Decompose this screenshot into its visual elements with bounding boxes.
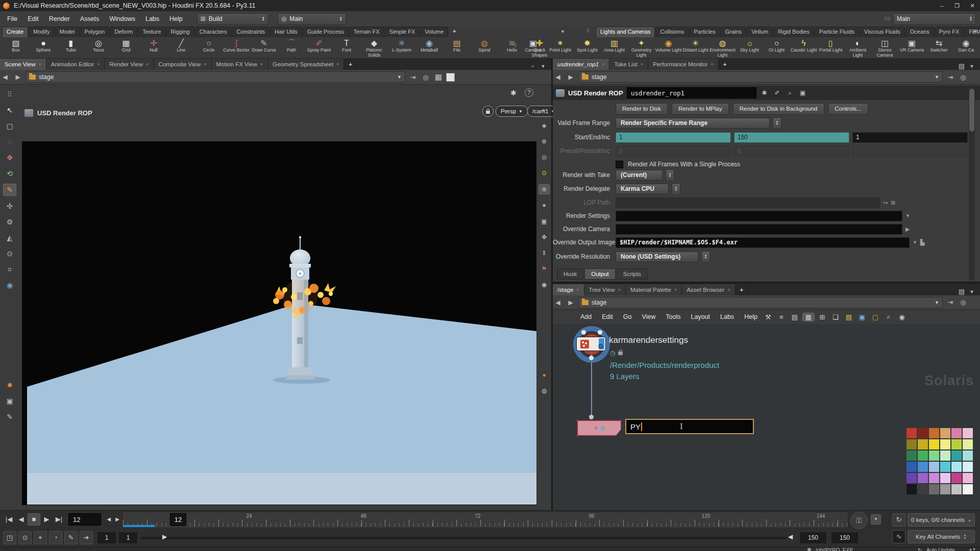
shelf-grip-icon[interactable]: ⠿ <box>586 28 589 34</box>
brush-icon[interactable]: ✐ <box>773 89 782 96</box>
shelf-tool[interactable]: ʃ Curve Bezier <box>223 37 250 58</box>
playbar-option-icon[interactable]: ◳ <box>3 531 16 544</box>
play-button[interactable]: ▶ <box>41 514 53 525</box>
jump-end-button[interactable]: ▶| <box>53 514 65 525</box>
palette-swatch[interactable] <box>918 462 928 472</box>
path-field[interactable]: stage ▼ <box>26 71 405 83</box>
spinner-icon[interactable]: ▲▼ <box>701 251 710 263</box>
network-tools-icon[interactable]: ⚒ <box>763 313 774 321</box>
shelf-tab[interactable]: Guide Process <box>303 27 349 37</box>
close-icon[interactable]: × <box>602 62 604 67</box>
shelf-tab[interactable]: Particle Fluids <box>815 27 859 37</box>
close-button[interactable]: ✕ <box>965 1 980 11</box>
spinner-icon[interactable]: ▲▼ <box>969 547 976 551</box>
shelf-overflow-icon[interactable]: ▼ <box>973 29 977 34</box>
back-icon[interactable]: ◀ <box>553 298 563 307</box>
close-icon[interactable]: × <box>674 287 677 292</box>
timeline-ruler[interactable]: 24487296120144 12 <box>122 512 848 528</box>
viewport-tool-icon[interactable]: ✣ <box>4 201 16 212</box>
display-option-icon[interactable]: ● <box>539 370 549 380</box>
menu-item[interactable]: Labs <box>140 11 164 27</box>
chevron-down-icon[interactable]: ▼ <box>397 74 402 80</box>
shelf-tab[interactable]: Characters <box>195 27 232 37</box>
shelf-tab[interactable]: Hair Utils <box>270 27 302 37</box>
current-frame-field[interactable]: 12 <box>68 513 101 525</box>
viewport-tool-icon[interactable]: ⌗ <box>4 264 16 275</box>
shelf-tool[interactable]: ▣ Camera <box>520 37 547 58</box>
grid-view-alt-icon[interactable]: ⊞ <box>817 313 828 321</box>
menu-item[interactable]: Edit <box>597 313 618 320</box>
range-start-field[interactable]: 1 <box>97 532 116 544</box>
display-option-icon[interactable]: ◉ <box>539 280 549 289</box>
chevron-down-icon[interactable]: ▼ <box>935 300 939 305</box>
channel-scope-icon[interactable]: ↻ <box>892 513 905 527</box>
shelf-tab[interactable]: Particles <box>690 27 720 37</box>
display-option-icon[interactable]: ⊕ <box>538 184 550 194</box>
shelf-tool[interactable]: ▥ Area Light <box>601 37 628 58</box>
shelf-tool[interactable]: ✦ Geometry Light <box>628 37 655 58</box>
close-icon[interactable]: × <box>336 62 339 67</box>
pane-tab[interactable]: Material Palette× <box>626 284 682 295</box>
tab-output[interactable]: Output <box>584 268 616 280</box>
shelf-tab[interactable]: Model <box>55 27 79 37</box>
viewport-tool-icon[interactable]: ↖ <box>4 105 16 116</box>
single-process-checkbox[interactable] <box>616 161 623 168</box>
shelf-tab[interactable]: Texture <box>138 27 165 37</box>
palette-swatch[interactable] <box>906 484 917 494</box>
chevron-down-icon[interactable]: ▼ <box>913 240 917 245</box>
radial-menu-icon[interactable]: ◎ <box>958 73 968 81</box>
close-icon[interactable]: × <box>146 62 149 67</box>
start-frame-field[interactable]: 1 <box>616 132 731 143</box>
grid-view-icon[interactable]: ▦ <box>802 313 815 321</box>
wire-dot[interactable] <box>589 415 594 419</box>
node-name-field[interactable]: usdrender_rop1 <box>627 87 756 98</box>
lop-path-field[interactable] <box>616 197 880 208</box>
pane-tab[interactable]: Take List× <box>609 59 648 70</box>
preinc-field[interactable] <box>852 146 968 157</box>
shelf-tab[interactable]: Rigging <box>166 27 194 37</box>
projection-selector[interactable]: Persp▼ <box>496 106 528 117</box>
viewport-3d-canvas[interactable] <box>22 141 536 505</box>
shelf-tab[interactable]: Volume <box>420 27 448 37</box>
shelf-tab[interactable]: Rigid Bodies <box>773 27 814 37</box>
forward-icon[interactable]: ▶ <box>566 72 576 82</box>
network-boxes-icon[interactable]: ❏ <box>830 313 841 321</box>
pane-tab[interactable]: /stage× <box>553 284 584 295</box>
back-icon[interactable]: ◀ <box>553 72 563 82</box>
palette-swatch[interactable] <box>906 450 917 461</box>
menu-item[interactable]: Help <box>164 11 188 27</box>
pane-tab[interactable]: +× <box>344 59 357 70</box>
palette-swatch[interactable] <box>963 439 973 449</box>
pane-tab[interactable]: +× <box>719 59 732 70</box>
maximize-button[interactable]: ❐ <box>949 1 965 11</box>
search-icon[interactable]: ⌕ <box>786 89 795 96</box>
shelf-tab[interactable]: Oceans <box>905 27 934 37</box>
palette-swatch[interactable] <box>929 428 939 438</box>
desktop-selector[interactable]: ⊞ Build ▲▼ <box>197 13 268 25</box>
menu-item[interactable]: Windows <box>104 11 140 27</box>
shelf-tab[interactable]: Grains <box>721 27 746 37</box>
range-slider-handle[interactable]: ▶ <box>162 533 167 540</box>
viewport-tool-icon[interactable]: ◭ <box>4 232 16 243</box>
display-option-icon[interactable]: ◍ <box>539 386 549 395</box>
palette-swatch[interactable] <box>940 450 950 461</box>
viewport-tool-icon[interactable]: ✎ <box>3 184 16 196</box>
playbar-option-icon[interactable]: ◔ <box>49 531 62 544</box>
shelf-tool[interactable]: ● Sphere <box>30 37 57 58</box>
viewport-tool-icon[interactable]: ✥ <box>4 152 16 163</box>
end-frame-field[interactable]: 150 <box>734 132 849 143</box>
pane-tab[interactable]: Performance Monitor× <box>648 59 719 70</box>
key-menu-icon[interactable]: ▼ <box>871 514 881 524</box>
pin-icon[interactable]: ⇥ <box>945 73 955 81</box>
shelf-tool[interactable]: ◉ Metaball <box>415 37 443 58</box>
shelf-tool[interactable]: ⌒ Path <box>278 37 305 58</box>
palette-swatch[interactable] <box>951 462 962 472</box>
node-chooser-icon[interactable]: ↪ <box>883 199 888 206</box>
shelf-tool[interactable]: ◍ Environment Light <box>709 37 736 58</box>
scene-viewport[interactable]: ⠿↖▢◌✥⟲✎✣⚙◭⊙⌗◉ ✸▣✎ <box>0 85 551 510</box>
playbar-option-icon[interactable]: ⊙ <box>18 531 32 544</box>
shelf-tab[interactable]: Modify <box>29 27 54 37</box>
next-key-button[interactable]: ▶ <box>113 514 121 525</box>
path-field[interactable]: stage ▼ <box>578 297 943 308</box>
palette-swatch[interactable] <box>940 428 950 438</box>
